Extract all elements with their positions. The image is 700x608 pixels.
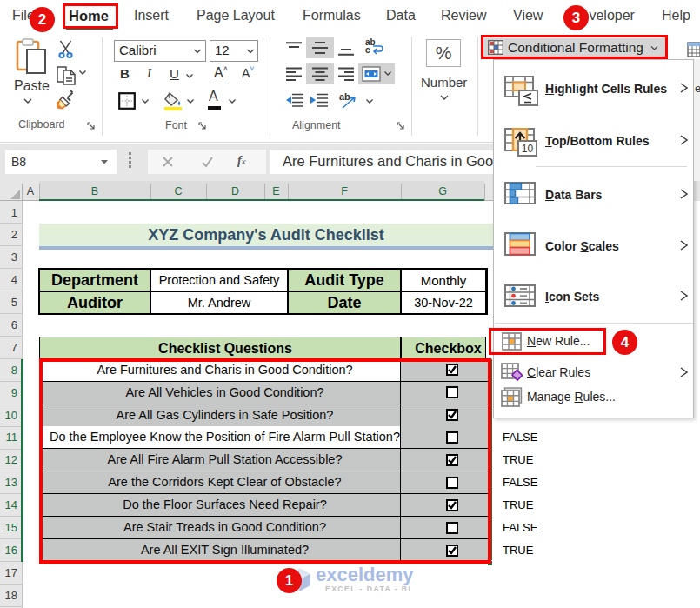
svg-text:10: 10 <box>522 143 534 155</box>
